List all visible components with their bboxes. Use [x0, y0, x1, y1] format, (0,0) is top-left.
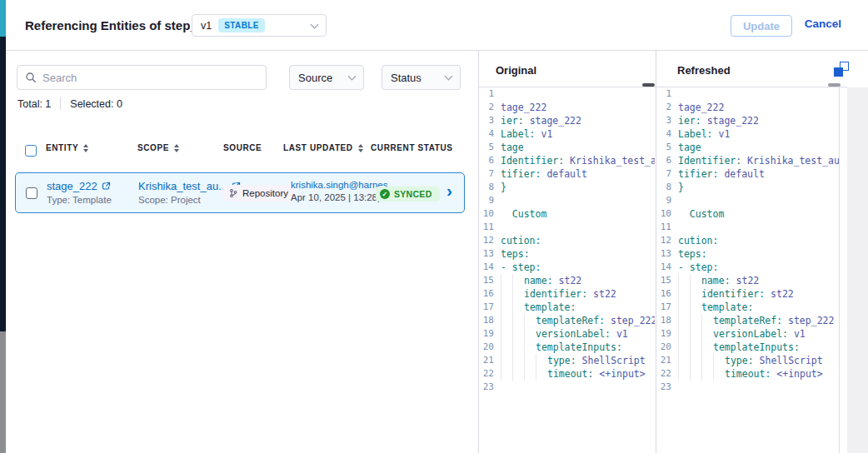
indent-guide	[524, 354, 536, 367]
code-line: 17template:	[479, 301, 655, 314]
indent-guide	[501, 274, 512, 287]
column-label: ENTITY	[46, 143, 78, 152]
line-number: 7	[656, 167, 678, 181]
column-label: LAST UPDATED	[283, 143, 353, 152]
search-box[interactable]	[17, 65, 267, 90]
code-line: 6Identifier: Krishika_test_aut	[656, 154, 839, 167]
code-key: templateRef:	[536, 314, 605, 327]
copy-icon[interactable]	[834, 62, 849, 77]
original-hscrollbar-thumb[interactable]	[642, 83, 655, 87]
code-value: tage_222	[501, 101, 546, 114]
code-key: tage	[678, 141, 701, 154]
search-icon	[25, 72, 37, 83]
chevron-down-icon	[348, 72, 357, 81]
indent-guide	[690, 287, 701, 301]
indent-guide	[524, 367, 536, 381]
indent-guide	[690, 367, 701, 381]
code-key: cution:	[501, 234, 541, 247]
indent-guide	[512, 287, 524, 301]
code-value: <+input>	[771, 367, 822, 381]
line-number: 11	[656, 221, 678, 234]
selection-summary: Total: 1 Selected: 0	[17, 97, 122, 110]
line-number: 10	[479, 207, 501, 221]
code-value: ShellScript	[576, 354, 646, 367]
indent-guide	[512, 367, 524, 381]
code-value: v1	[536, 127, 553, 141]
column-header-scope[interactable]: SCOPE	[137, 143, 179, 152]
column-header-entity[interactable]: ENTITY	[46, 143, 88, 152]
referencing-entities-list-panel: Source Status Total: 1 Selected: 0 ENTIT…	[6, 51, 479, 453]
code-original[interactable]: 12tage_2223ier: stage_2224Label: v15tage…	[479, 87, 655, 453]
column-header-last-updated[interactable]: LAST UPDATED	[283, 143, 363, 152]
indent-guide	[501, 367, 512, 381]
status-badge: ✓ SYNCED	[376, 187, 440, 202]
code-key: type:	[547, 354, 576, 367]
table-header-row: ENTITYSCOPESOURCELAST UPDATEDCURRENT STA…	[6, 143, 479, 162]
sort-icon[interactable]	[83, 144, 88, 152]
status-filter-select[interactable]: Status	[382, 65, 461, 90]
refreshed-hscrollbar-thumb[interactable]	[828, 83, 841, 87]
search-input[interactable]	[42, 72, 258, 84]
code-line: 13teps:	[479, 247, 655, 261]
code-value: Krishika_test_aut	[564, 154, 655, 167]
version-label: v1	[201, 20, 212, 32]
updated-at: Apr 10, 2025 | 13:28pm	[291, 192, 374, 202]
sort-icon[interactable]	[174, 144, 179, 152]
code-key: - step:	[678, 261, 718, 274]
code-key: identifier:	[524, 287, 587, 301]
indent-guide	[512, 354, 524, 367]
indent-guide	[690, 354, 701, 367]
code-value: stage_222	[701, 114, 759, 127]
line-number: 20	[656, 341, 678, 354]
code-line: 4Label: v1	[479, 127, 655, 141]
update-button[interactable]: Update	[731, 15, 792, 37]
table-row[interactable]: stage_222 Type: Template Krishika_test_a…	[15, 172, 465, 213]
code-key: }	[501, 181, 506, 194]
code-key: Identifier:	[678, 154, 741, 167]
indent-guide	[501, 287, 512, 301]
code-key: templateInputs:	[536, 341, 622, 354]
source-filter-select[interactable]: Source	[289, 65, 364, 90]
stable-badge: STABLE	[218, 18, 265, 32]
code-line: 21type: ShellScript	[656, 354, 839, 367]
line-number: 10	[656, 207, 678, 221]
entity-cell: stage_222 Type: Template	[47, 180, 112, 205]
line-number: 22	[656, 367, 678, 381]
chevron-down-icon	[445, 72, 453, 81]
indent-guide	[678, 341, 690, 354]
row-expand-chevron[interactable]: ›	[446, 182, 452, 199]
code-line: 14- step:	[479, 261, 655, 274]
line-number: 21	[656, 354, 678, 367]
line-number: 2	[656, 101, 678, 114]
entity-link[interactable]: stage_222	[47, 180, 97, 192]
line-number: 12	[479, 234, 501, 247]
line-number: 23	[479, 381, 501, 394]
indent-guide	[501, 301, 512, 314]
code-line: 5tage	[479, 141, 655, 154]
modal: Referencing Entities of step_222 v1 STAB…	[6, 0, 868, 453]
code-line: 15name: st22	[479, 274, 655, 287]
line-number: 3	[479, 114, 501, 127]
cancel-button[interactable]: Cancel	[805, 17, 841, 30]
external-link-icon[interactable]	[102, 182, 111, 191]
summary-divider	[60, 97, 61, 110]
code-refreshed[interactable]: 12tage_2223ier: stage_2224Label: v15tage…	[656, 87, 839, 453]
updated-by-link[interactable]: krishika.singh@harnes...	[291, 180, 374, 190]
select-all-checkbox[interactable]	[25, 145, 37, 157]
scope-link[interactable]: Krishika_test_au...	[138, 180, 227, 192]
indent-guide	[678, 301, 690, 314]
indent-guide	[512, 301, 524, 314]
copy-icon-front	[834, 67, 843, 77]
git-branch-icon	[228, 188, 238, 198]
entity-type: Type: Template	[47, 195, 112, 205]
background-app-header-edge	[0, 0, 6, 37]
code-line: 18templateRef: step_222	[656, 314, 839, 327]
indent-guide	[501, 327, 512, 341]
code-line: 19versionLabel: v1	[656, 327, 839, 341]
row-checkbox[interactable]	[26, 187, 37, 199]
status-badge-label: SYNCED	[394, 189, 432, 199]
version-select[interactable]: v1 STABLE	[192, 14, 327, 37]
code-value: ShellScript	[754, 354, 823, 367]
sort-icon[interactable]	[358, 144, 363, 152]
code-line: 22timeout: <+input>	[479, 367, 655, 381]
